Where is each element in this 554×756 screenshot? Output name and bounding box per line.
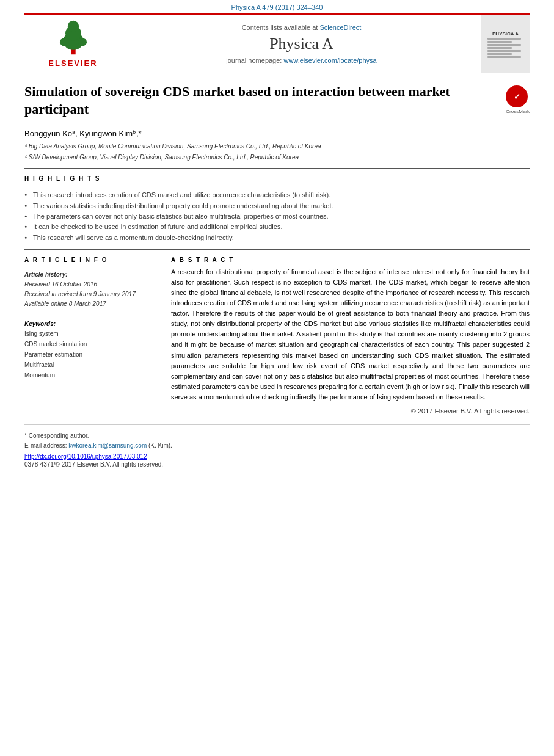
keywords-section: Keywords: Ising system CDS market simula…: [24, 321, 159, 380]
divider-after-highlights: [24, 249, 530, 250]
abstract-column: A B S T R A C T A research for distribut…: [171, 256, 530, 415]
article-info-divider: [24, 266, 159, 266]
highlights-section: H I G H L I G H T S This research introd…: [24, 175, 530, 243]
crossmark-badge: ✓ CrossMark: [506, 85, 530, 114]
homepage-url[interactable]: www.elsevier.com/locate/physa: [283, 57, 376, 64]
highlight-item: This research will serve as a momentum d…: [24, 233, 530, 243]
abstract-text: A research for distributional property o…: [171, 267, 530, 402]
email-suffix: (K. Kim).: [148, 442, 172, 449]
highlights-list: This research introduces creation of CDS…: [24, 190, 530, 243]
email-label: E-mail address:: [24, 442, 67, 449]
received-date: Received 16 October 2016: [24, 280, 159, 289]
title-row: Simulation of sovereign CDS market based…: [24, 83, 530, 124]
keyword-item: CDS market simulation: [24, 339, 159, 349]
thumb-title: PHYSICA A: [492, 31, 519, 37]
article-history: Article history: Received 16 October 201…: [24, 270, 159, 309]
article-title: Simulation of sovereign CDS market based…: [24, 83, 500, 118]
keyword-item: Momentum: [24, 370, 159, 380]
highlights-divider: [24, 186, 530, 186]
keywords-divider: [24, 314, 159, 314]
corresponding-author-note: * Corresponding author.: [24, 431, 530, 441]
elsevier-brand-text: ELSEVIER: [48, 59, 97, 68]
authors-line: Bonggyun Koᵃ, Kyungwon Kimᵇ,*: [24, 129, 530, 138]
revised-date: Received in revised form 9 January 2017: [24, 289, 159, 299]
issn-line: 0378-4371/© 2017 Elsevier B.V. All right…: [24, 461, 530, 468]
keyword-item: Ising system: [24, 329, 159, 339]
article-info-heading: A R T I C L E I N F O: [24, 256, 159, 263]
sciencedirect-link[interactable]: ScienceDirect: [319, 24, 361, 31]
journal-homepage-line: journal homepage: www.elsevier.com/locat…: [226, 57, 376, 64]
main-content: Simulation of sovereign CDS market based…: [24, 73, 530, 415]
doi-link[interactable]: http://dx.doi.org/10.1016/j.physa.2017.0…: [24, 453, 147, 460]
keyword-item: Parameter estimation: [24, 349, 159, 360]
article-info-column: A R T I C L E I N F O Article history: R…: [24, 256, 159, 415]
svg-point-3: [67, 21, 78, 32]
elsevier-tree-icon: [49, 20, 98, 56]
divider-after-affiliations: [24, 168, 530, 169]
highlight-item: The various statistics including distrib…: [24, 201, 530, 211]
email-note: E-mail address: kwkorea.kim@samsung.com …: [24, 441, 530, 451]
keywords-heading: Keywords:: [24, 321, 159, 327]
contents-line: Contents lists available at ScienceDirec…: [242, 24, 362, 31]
crossmark-label: CrossMark: [506, 109, 530, 114]
highlights-heading: H I G H L I G H T S: [24, 175, 530, 182]
affiliation-a: ᵃ Big Data Analysis Group, Mobile Commun…: [24, 142, 530, 151]
svg-text:✓: ✓: [514, 92, 520, 101]
email-link[interactable]: kwkorea.kim@samsung.com: [68, 442, 147, 449]
journal-title: Physica A: [269, 35, 333, 53]
two-column-section: A R T I C L E I N F O Article history: R…: [24, 256, 530, 415]
keyword-item: Multifractal: [24, 360, 159, 370]
journal-thumbnail: PHYSICA A: [481, 15, 530, 73]
svg-point-5: [78, 38, 87, 46]
available-date: Available online 8 March 2017: [24, 299, 159, 309]
journal-header: ELSEVIER Contents lists available at Sci…: [24, 13, 530, 73]
footer-section: * Corresponding author. E-mail address: …: [24, 424, 530, 468]
top-bar: Physica A 479 (2017) 324–340: [0, 0, 554, 13]
elsevier-logo-block: ELSEVIER: [24, 15, 122, 73]
doi-line: http://dx.doi.org/10.1016/j.physa.2017.0…: [24, 453, 530, 460]
highlight-item: The parameters can cover not only basic …: [24, 211, 530, 222]
svg-point-4: [59, 38, 68, 46]
thumb-decoration: [487, 37, 524, 59]
journal-reference[interactable]: Physica A 479 (2017) 324–340: [231, 4, 323, 11]
copyright-line: © 2017 Elsevier B.V. All rights reserved…: [171, 407, 530, 415]
affiliation-b: ᵇ S/W Development Group, Visual Display …: [24, 153, 530, 162]
journal-header-center: Contents lists available at ScienceDirec…: [122, 15, 481, 73]
crossmark-icon: ✓: [506, 85, 528, 107]
abstract-heading: A B S T R A C T: [171, 256, 530, 263]
highlight-item: It can be checked to be used in estimati…: [24, 222, 530, 232]
corresponding-label: * Corresponding author.: [24, 432, 89, 439]
history-label: Article history:: [24, 270, 159, 280]
highlight-item: This research introduces creation of CDS…: [24, 190, 530, 200]
